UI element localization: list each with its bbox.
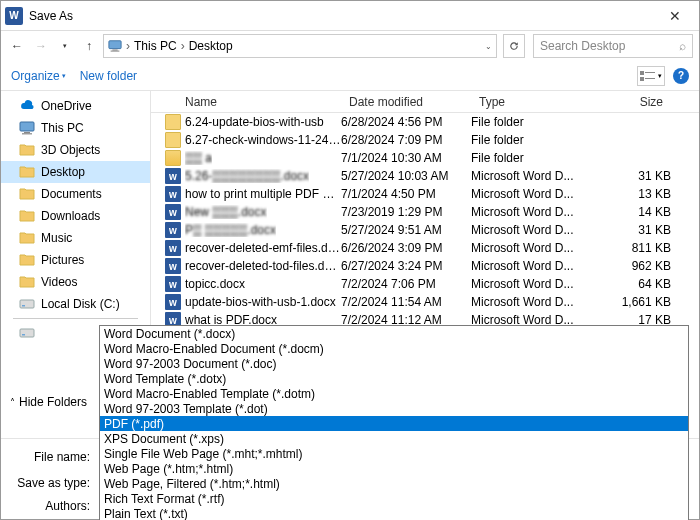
organize-menu[interactable]: Organize ▾ [11, 69, 66, 83]
file-row[interactable]: 6.24-update-bios-with-usb6/28/2024 4:56 … [151, 113, 699, 131]
disk-icon [19, 325, 35, 341]
file-size: 811 KB [591, 241, 671, 255]
file-row[interactable]: wNew ▒▒▒.docx7/23/2019 1:29 PMMicrosoft … [151, 203, 699, 221]
breadcrumb[interactable]: › This PC › Desktop ⌄ [103, 34, 497, 58]
tree-item[interactable]: Music [1, 227, 150, 249]
svg-rect-9 [22, 133, 32, 134]
saveastype-option[interactable]: Single File Web Page (*.mht;*.mhtml) [100, 446, 688, 461]
saveastype-option[interactable]: Web Page, Filtered (*.htm;*.html) [100, 476, 688, 491]
disk-icon [19, 296, 35, 312]
svg-rect-10 [20, 300, 34, 308]
saveastype-option[interactable]: Web Page (*.htm;*.html) [100, 461, 688, 476]
svg-rect-0 [109, 41, 121, 49]
file-type: Microsoft Word D... [471, 223, 591, 237]
breadcrumb-desktop[interactable]: Desktop [189, 39, 233, 53]
chevron-right-icon: › [179, 39, 187, 53]
svg-rect-11 [22, 305, 25, 307]
file-row[interactable]: w5.26-▒▒▒▒▒▒▒▒.docx5/27/2024 10:03 AMMic… [151, 167, 699, 185]
authors-label: Authors: [11, 499, 96, 513]
tree-item[interactable]: Local Disk (C:) [1, 293, 150, 315]
file-row[interactable]: wrecover-deleted-emf-files.docx6/26/2024… [151, 239, 699, 257]
close-button[interactable]: ✕ [655, 8, 695, 24]
col-type-header[interactable]: Type [471, 95, 591, 109]
tree-item[interactable]: Desktop [1, 161, 150, 183]
col-size-header[interactable]: Size [591, 95, 671, 109]
chevron-down-icon[interactable]: ⌄ [485, 42, 492, 51]
file-row[interactable]: ▒▒ a7/1/2024 10:30 AMFile folder [151, 149, 699, 167]
chevron-down-icon: ▾ [62, 72, 66, 80]
file-date: 7/1/2024 4:50 PM [341, 187, 471, 201]
tree-item[interactable]: Documents [1, 183, 150, 205]
saveastype-option[interactable]: Word Macro-Enabled Template (*.dotm) [100, 386, 688, 401]
toolbar: Organize ▾ New folder ▾ ? [1, 61, 699, 91]
saveastype-option[interactable]: PDF (*.pdf) [100, 416, 688, 431]
new-folder-button[interactable]: New folder [80, 69, 137, 83]
tree-item[interactable]: This PC [1, 117, 150, 139]
file-date: 7/2/2024 11:54 AM [341, 295, 471, 309]
tree-item[interactable]: Videos [1, 271, 150, 293]
file-row[interactable]: 6.27-check-windows-11-24h2-compatibili..… [151, 131, 699, 149]
file-type: Microsoft Word D... [471, 295, 591, 309]
file-row[interactable]: wupdate-bios-with-usb-1.docx7/2/2024 11:… [151, 293, 699, 311]
refresh-button[interactable] [503, 34, 525, 58]
tree-item-label: Desktop [41, 165, 85, 179]
saveastype-options-list[interactable]: Word Document (*.docx)Word Macro-Enabled… [99, 325, 689, 520]
file-name: recover-deleted-tod-files.docx [185, 259, 341, 273]
file-row[interactable]: wtopicc.docx7/2/2024 7:06 PMMicrosoft Wo… [151, 275, 699, 293]
svg-rect-2 [111, 51, 120, 52]
titlebar: W Save As ✕ [1, 1, 699, 31]
word-doc-icon: w [165, 276, 181, 292]
file-list-header[interactable]: Name Date modified Type Size [151, 91, 699, 113]
saveastype-option[interactable]: Word Macro-Enabled Document (*.docm) [100, 341, 688, 356]
breadcrumb-this-pc[interactable]: This PC [134, 39, 177, 53]
saveastype-option[interactable]: Rich Text Format (*.rtf) [100, 491, 688, 506]
saveastype-option[interactable]: Word 97-2003 Document (*.doc) [100, 356, 688, 371]
tree-item[interactable]: Pictures [1, 249, 150, 271]
refresh-icon [508, 40, 520, 52]
tree-item[interactable]: 3D Objects [1, 139, 150, 161]
saveastype-option[interactable]: Word Document (*.docx) [100, 326, 688, 341]
file-name: how to print multiple PDF at once.docx [185, 187, 341, 201]
file-type: Microsoft Word D... [471, 187, 591, 201]
view-options-button[interactable]: ▾ [637, 66, 665, 86]
saveastype-option[interactable]: Plain Text (*.txt) [100, 506, 688, 520]
tree-item-label: Downloads [41, 209, 100, 223]
folder-icon [165, 114, 181, 130]
nav-row: ← → ▾ ↑ › This PC › Desktop ⌄ ⌕ [1, 31, 699, 61]
file-size: 14 KB [591, 205, 671, 219]
search-box[interactable]: ⌕ [533, 34, 693, 58]
svg-rect-12 [20, 329, 34, 337]
saveastype-option[interactable]: Word 97-2003 Template (*.dot) [100, 401, 688, 416]
file-row[interactable]: wP▒ ▒▒▒▒▒.docx5/27/2024 9:51 AMMicrosoft… [151, 221, 699, 239]
saveastype-option[interactable]: Word Template (*.dotx) [100, 371, 688, 386]
file-name: recover-deleted-emf-files.docx [185, 241, 341, 255]
search-input[interactable] [540, 39, 675, 53]
up-button[interactable]: ↑ [79, 36, 99, 56]
tree-item[interactable]: Downloads [1, 205, 150, 227]
file-row[interactable]: wrecover-deleted-tod-files.docx6/27/2024… [151, 257, 699, 275]
help-button[interactable]: ? [673, 68, 689, 84]
word-doc-icon: w [165, 294, 181, 310]
file-size: 1,661 KB [591, 295, 671, 309]
col-name-header[interactable]: Name [151, 95, 341, 109]
word-app-icon: W [5, 7, 23, 25]
tree-item[interactable]: OneDrive [1, 95, 150, 117]
file-row[interactable]: whow to print multiple PDF at once.docx7… [151, 185, 699, 203]
forward-button[interactable]: → [31, 36, 51, 56]
back-button[interactable]: ← [7, 36, 27, 56]
hide-folders-button[interactable]: ˄ Hide Folders [10, 395, 87, 409]
file-date: 7/1/2024 10:30 AM [341, 151, 471, 165]
file-type: File folder [471, 133, 591, 147]
file-date: 6/26/2024 3:09 PM [341, 241, 471, 255]
col-date-header[interactable]: Date modified [341, 95, 471, 109]
word-doc-icon: w [165, 240, 181, 256]
folder-icon [165, 132, 181, 148]
saveastype-option[interactable]: XPS Document (*.xps) [100, 431, 688, 446]
file-name: P▒ ▒▒▒▒▒.docx [185, 223, 276, 237]
tree-item-label: Videos [41, 275, 77, 289]
tree-item-label: Music [41, 231, 72, 245]
history-dropdown[interactable]: ▾ [55, 36, 75, 56]
folder-icon [19, 142, 35, 158]
file-date: 7/2/2024 7:06 PM [341, 277, 471, 291]
file-name: 5.26-▒▒▒▒▒▒▒▒.docx [185, 169, 309, 183]
